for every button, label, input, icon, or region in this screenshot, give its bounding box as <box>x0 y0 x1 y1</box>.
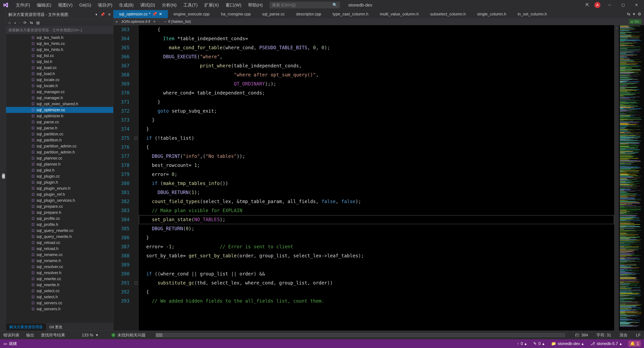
repo-indicator[interactable]: 📁 stonedb-dev ▴ <box>551 341 584 346</box>
file-sql_query_rewrite.h[interactable]: hsql_query_rewrite.h <box>6 234 113 240</box>
editor-tab-descriptor.cpp[interactable]: descriptor.cpp <box>290 10 327 18</box>
pin-icon[interactable]: 📌 <box>100 12 105 17</box>
changes-down[interactable]: ✎ 0 ▴ <box>533 341 544 346</box>
file-sql_planner.cc[interactable]: ++sql_planner.cc <box>6 155 113 161</box>
file-sql_locale.cc[interactable]: ++sql_locale.cc <box>6 77 113 83</box>
file-sql_partition_admin.cc[interactable]: ++sql_partition_admin.cc <box>6 143 113 149</box>
breadcrumb-scope[interactable]: JOIN.optimize.if.if <box>121 19 150 24</box>
tab-git-changes[interactable]: Git 更改 <box>46 323 66 331</box>
file-sql_query_rewrite.cc[interactable]: ++sql_query_rewrite.cc <box>6 228 113 234</box>
file-sql_resolver.h[interactable]: hsql_resolver.h <box>6 270 113 276</box>
file-sql_resolver.cc[interactable]: ++sql_resolver.cc <box>6 264 113 270</box>
menu-调试(D)[interactable]: 调试(D) <box>137 0 158 10</box>
editor-tab-ha_rcengine.cpp[interactable]: ha_rcengine.cpp <box>215 10 256 18</box>
file-sql_manager.h[interactable]: hsql_manager.h <box>6 95 113 101</box>
close-button[interactable]: ✕ <box>632 2 641 8</box>
file-sql_rewrite.cc[interactable]: ++sql_rewrite.cc <box>6 276 113 282</box>
toggle-icon[interactable]: ⇆ <box>30 20 33 25</box>
zoom-level[interactable]: 133 % <box>82 333 93 338</box>
maximize-button[interactable]: ▢ <box>619 2 627 8</box>
menu-文件(F)[interactable]: 文件(F) <box>12 0 33 10</box>
refresh-icon[interactable]: ⟳ <box>24 20 26 25</box>
filter-icon[interactable]: ▤ <box>36 20 40 25</box>
file-sql_plugin.cc[interactable]: ++sql_plugin.cc <box>6 173 113 179</box>
tab-solution-explorer[interactable]: 解决方案资源管理器 <box>6 323 46 331</box>
file-sql_partition.cc[interactable]: ++sql_partition.cc <box>6 131 113 137</box>
editor-tab-multi_value_column.h[interactable]: multi_value_column.h <box>374 10 424 18</box>
file-sql_lex_hash.h[interactable]: hsql_lex_hash.h <box>6 34 113 40</box>
file-sql_load.cc[interactable]: ++sql_load.cc <box>6 65 113 71</box>
file-sql_plugin_services.h[interactable]: hsql_plugin_services.h <box>6 197 113 203</box>
editor-tab-type_cast_column.h[interactable]: type_cast_column.h <box>327 10 374 18</box>
file-sql_servers.h[interactable]: hsql_servers.h <box>6 306 113 312</box>
editor-tab-sql_optimizer.cc[interactable]: sql_optimizer.cc *📌✕ <box>113 10 168 18</box>
minimap[interactable] <box>619 25 644 331</box>
menu-生成(B)[interactable]: 生成(B) <box>116 0 137 10</box>
editor-tab-single_column.h[interactable]: single_column.h <box>472 10 512 18</box>
file-sql_plugin_ref.h[interactable]: hsql_plugin_ref.h <box>6 191 113 197</box>
solution-explorer-search[interactable]: 搜索解决方案资源管理器 - 文件夹视图(Ctrl+;) <box>6 26 113 34</box>
file-sql_plugin_enum.h[interactable]: hsql_plugin_enum.h <box>6 185 113 191</box>
menu-窗口(W)[interactable]: 窗口(W) <box>222 0 245 10</box>
file-sql_opt_exec_shared.h[interactable]: hsql_opt_exec_shared.h <box>6 101 113 107</box>
menu-工具(T)[interactable]: 工具(T) <box>180 0 201 10</box>
file-sql_select.h[interactable]: hsql_select.h <box>6 294 113 300</box>
file-sql_partition.h[interactable]: hsql_partition.h <box>6 137 113 143</box>
horizontal-scrollbar[interactable] <box>156 333 565 337</box>
pin-icon[interactable]: 📌 <box>152 12 157 16</box>
code-content[interactable]: { Item *table_independent_conds= make_co… <box>139 25 614 331</box>
split-icon[interactable]: ＋ <box>615 26 618 30</box>
vertical-scrollbar[interactable]: ＋ <box>614 25 619 331</box>
breadcrumb-member[interactable]: → if (!tables_list) <box>163 19 191 24</box>
menu-项目(P)[interactable]: 项目(P) <box>94 0 116 10</box>
menu-分析(N)[interactable]: 分析(N) <box>158 0 180 10</box>
search-box[interactable]: 搜索 (Ctrl+Q) 🔍 <box>270 2 340 8</box>
tab-output[interactable]: 输出 <box>26 333 34 338</box>
file-sql_optimizer.cc[interactable]: ++sql_optimizer.cc <box>6 107 113 113</box>
menu-帮助(H)[interactable]: 帮助(H) <box>245 0 266 10</box>
editor-tab-sql_parse.cc[interactable]: sql_parse.cc <box>256 10 290 18</box>
server-explorer-rail[interactable]: 服务器资源管理器 <box>1 171 6 173</box>
file-sql_rename.cc[interactable]: ++sql_rename.cc <box>6 252 113 258</box>
solution-name[interactable]: stonedb-dev <box>348 2 372 8</box>
share-icon[interactable]: ⇱ <box>586 2 589 8</box>
editor-tab-subselect_column.h[interactable]: subselect_column.h <box>424 10 472 18</box>
file-sql_servers.cc[interactable]: ++sql_servers.cc <box>6 300 113 306</box>
menu-视图(V)[interactable]: 视图(V) <box>55 0 76 10</box>
menu-Git(G)[interactable]: Git(G) <box>76 0 94 10</box>
tab-overflow-icon[interactable]: ▾ <box>633 12 635 16</box>
char-indicator[interactable]: 字符: 31 <box>596 333 611 338</box>
code-editor[interactable]: 3633643653663673683693703713723733743753… <box>113 25 644 331</box>
file-sql_optimizer.h[interactable]: hsql_optimizer.h <box>6 113 113 119</box>
file-sql_plist.h[interactable]: hsql_plist.h <box>6 167 113 173</box>
dropdown-icon[interactable]: ▾ <box>96 12 97 17</box>
file-sql_rename.h[interactable]: hsql_rename.h <box>6 258 113 264</box>
file-sql_reload.cc[interactable]: ++sql_reload.cc <box>6 240 113 246</box>
file-sql_manager.cc[interactable]: ++sql_manager.cc <box>6 89 113 95</box>
close-panel-icon[interactable]: ✕ <box>108 12 111 17</box>
line-indicator[interactable]: 行: 384 <box>575 333 588 338</box>
minimize-button[interactable]: ─ <box>606 2 614 8</box>
back-icon[interactable]: ◂ <box>14 20 16 25</box>
file-sql_list.cc[interactable]: ++sql_list.cc <box>6 53 113 59</box>
file-tree[interactable]: hsql_lex_hash.h++sql_lex_hints.cchsql_le… <box>6 34 113 323</box>
run-badge[interactable]: ▸ Go <box>629 19 641 24</box>
changes-up[interactable]: ↑ 0 ▴ <box>517 341 526 346</box>
fold-gutter[interactable]: −− <box>134 25 139 331</box>
menu-扩展(X)[interactable]: 扩展(X) <box>201 0 222 10</box>
user-avatar[interactable]: A <box>594 2 600 8</box>
tab-error-list[interactable]: 错误列表 <box>3 333 20 338</box>
file-sql_profile.cc[interactable]: ++sql_profile.cc <box>6 215 113 222</box>
eol-indicator[interactable]: LF <box>636 333 641 338</box>
file-sql_plugin.h[interactable]: hsql_plugin.h <box>6 179 113 185</box>
insert-mode[interactable]: 混合 <box>620 333 628 338</box>
editor-tab-engine_execute.cpp[interactable]: engine_execute.cpp <box>168 10 215 18</box>
file-sql_load.h[interactable]: hsql_load.h <box>6 71 113 77</box>
file-sql_select.cc[interactable]: ++sql_select.cc <box>6 288 113 294</box>
file-sql_parse.h[interactable]: hsql_parse.h <box>6 125 113 131</box>
file-sql_locale.h[interactable]: hsql_locale.h <box>6 83 113 89</box>
file-sql_partition_admin.h[interactable]: hsql_partition_admin.h <box>6 149 113 155</box>
file-sql_reload.h[interactable]: hsql_reload.h <box>6 246 113 252</box>
file-sql_lex_hints.h[interactable]: hsql_lex_hints.h <box>6 46 113 53</box>
gear-icon[interactable]: ⚙ <box>638 12 641 16</box>
